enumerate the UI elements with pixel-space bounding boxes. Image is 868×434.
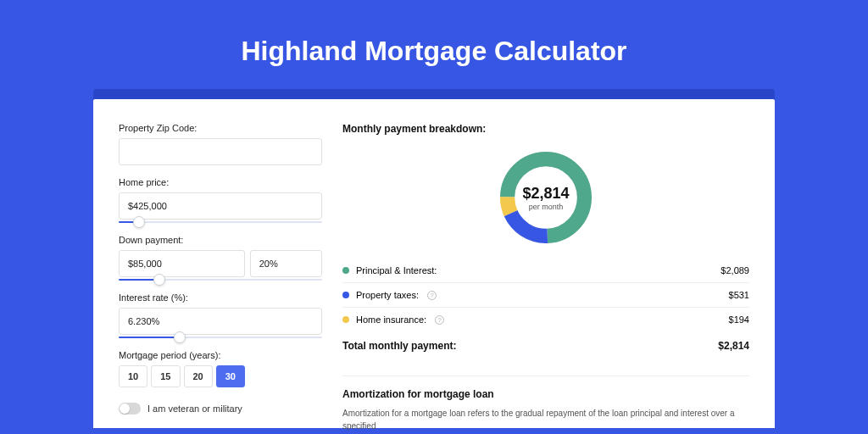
amortization-title: Amortization for mortgage loan — [342, 376, 749, 400]
price-label: Home price: — [119, 177, 322, 187]
zip-group: Property Zip Code: — [119, 123, 322, 165]
form-column: Property Zip Code: Home price: Down paym… — [119, 123, 322, 428]
line-item-left: Home insurance:? — [342, 314, 444, 325]
zip-input[interactable] — [119, 138, 322, 165]
donut-chart: $2,814 per month — [495, 147, 597, 248]
price-input[interactable] — [119, 192, 322, 220]
breakdown-column: Monthly payment breakdown: $2,814 per mo… — [342, 123, 749, 428]
period-group: Mortgage period (years): 10152030 — [119, 350, 322, 387]
down-amount-input[interactable] — [119, 250, 245, 277]
legend-dot — [342, 267, 349, 274]
line-item-label: Property taxes: — [356, 290, 419, 300]
line-items: Principal & Interest:$2,089Property taxe… — [342, 259, 749, 331]
price-slider[interactable] — [119, 221, 322, 223]
line-item-label: Principal & Interest: — [356, 265, 437, 275]
down-label: Down payment: — [119, 235, 322, 245]
line-item-value: $2,089 — [721, 265, 749, 275]
veteran-toggle[interactable] — [119, 403, 141, 415]
veteran-label: I am veteran or military — [147, 403, 242, 414]
price-group: Home price: — [119, 177, 322, 223]
total-row: Total monthly payment: $2,814 — [342, 331, 749, 364]
down-group: Down payment: — [119, 235, 322, 281]
rate-slider-thumb[interactable] — [174, 331, 186, 343]
line-item-left: Property taxes:? — [342, 290, 437, 300]
legend-dot — [342, 316, 349, 323]
total-label: Total monthly payment: — [342, 340, 456, 352]
donut-center: $2,814 per month — [522, 185, 569, 211]
period-option-15[interactable]: 15 — [151, 365, 180, 387]
donut-sub: per month — [522, 203, 569, 211]
line-item: Home insurance:?$194 — [342, 308, 749, 331]
price-slider-thumb[interactable] — [133, 216, 145, 228]
line-item-left: Principal & Interest: — [342, 265, 437, 275]
breakdown-title: Monthly payment breakdown: — [342, 123, 749, 135]
line-item-value: $194 — [729, 314, 749, 325]
period-option-10[interactable]: 10 — [119, 365, 147, 387]
page-root: Highland Mortgage Calculator Property Zi… — [0, 0, 868, 434]
line-item: Property taxes:?$531 — [342, 283, 749, 308]
rate-label: Interest rate (%): — [119, 292, 322, 303]
rate-group: Interest rate (%): — [119, 292, 322, 338]
down-input-row — [119, 250, 322, 277]
period-option-20[interactable]: 20 — [184, 365, 213, 387]
down-slider-thumb[interactable] — [153, 274, 165, 286]
help-icon[interactable]: ? — [427, 291, 437, 300]
legend-dot — [342, 292, 349, 298]
page-title: Highland Mortgage Calculator — [0, 0, 868, 89]
line-item-value: $531 — [729, 290, 749, 300]
period-option-30[interactable]: 30 — [216, 365, 245, 387]
period-options: 10152030 — [119, 365, 322, 387]
line-item: Principal & Interest:$2,089 — [342, 259, 749, 283]
down-slider[interactable] — [119, 279, 322, 281]
veteran-row: I am veteran or military — [119, 403, 322, 415]
card-shadow: Property Zip Code: Home price: Down paym… — [93, 89, 775, 428]
down-pct-input[interactable] — [250, 250, 322, 277]
amortization-text: Amortization for a mortgage loan refers … — [342, 407, 749, 432]
zip-label: Property Zip Code: — [119, 123, 322, 133]
line-item-label: Home insurance: — [356, 314, 426, 325]
period-label: Mortgage period (years): — [119, 350, 322, 360]
rate-input[interactable] — [119, 308, 322, 335]
rate-slider[interactable] — [119, 337, 322, 338]
help-icon[interactable]: ? — [435, 315, 444, 325]
total-value: $2,814 — [718, 340, 749, 352]
calculator-card: Property Zip Code: Home price: Down paym… — [93, 99, 775, 428]
donut-chart-wrap: $2,814 per month — [342, 140, 749, 259]
donut-amount: $2,814 — [522, 185, 569, 203]
